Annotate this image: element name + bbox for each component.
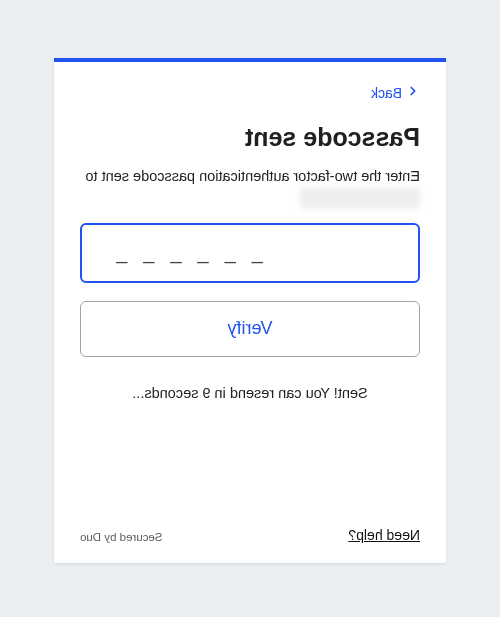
back-button[interactable]: Back <box>371 84 420 101</box>
passcode-input[interactable] <box>80 223 420 283</box>
card-footer: Need help? Secured by Duo <box>80 527 420 543</box>
instruction-text: Enter the two-factor authentication pass… <box>80 166 420 209</box>
need-help-link[interactable]: Need help? <box>348 527 420 543</box>
page-title: Passcode sent <box>80 123 420 152</box>
verify-button[interactable]: Verify <box>80 301 420 357</box>
destination-redacted: XXXXXXXXXXXX <box>300 188 420 209</box>
instruction-prefix: Enter the two-factor authentication pass… <box>85 168 420 184</box>
status-text: Sent! You can resend in 9 seconds... <box>80 385 420 401</box>
chevron-left-icon <box>406 84 420 101</box>
auth-card: Back Passcode sent Enter the two-factor … <box>54 58 446 563</box>
back-label: Back <box>371 85 402 101</box>
secured-by-label: Secured by Duo <box>80 531 162 543</box>
